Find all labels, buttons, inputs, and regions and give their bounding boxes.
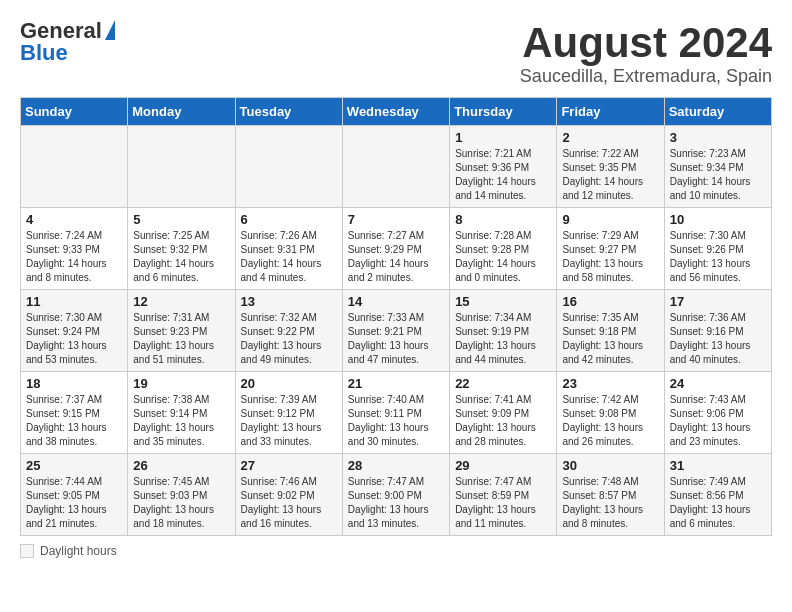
calendar-cell: 9Sunrise: 7:29 AMSunset: 9:27 PMDaylight… <box>557 208 664 290</box>
day-number: 1 <box>455 130 551 145</box>
day-number: 7 <box>348 212 444 227</box>
calendar-cell: 23Sunrise: 7:42 AMSunset: 9:08 PMDayligh… <box>557 372 664 454</box>
day-number: 11 <box>26 294 122 309</box>
logo: General Blue <box>20 20 115 64</box>
day-number: 21 <box>348 376 444 391</box>
calendar-cell: 31Sunrise: 7:49 AMSunset: 8:56 PMDayligh… <box>664 454 771 536</box>
calendar-cell: 6Sunrise: 7:26 AMSunset: 9:31 PMDaylight… <box>235 208 342 290</box>
logo-general: General <box>20 20 102 42</box>
day-info: Sunrise: 7:48 AMSunset: 8:57 PMDaylight:… <box>562 475 658 531</box>
day-number: 30 <box>562 458 658 473</box>
calendar-cell <box>128 126 235 208</box>
month-title: August 2024 <box>520 20 772 66</box>
day-number: 5 <box>133 212 229 227</box>
day-info: Sunrise: 7:36 AMSunset: 9:16 PMDaylight:… <box>670 311 766 367</box>
day-info: Sunrise: 7:31 AMSunset: 9:23 PMDaylight:… <box>133 311 229 367</box>
day-info: Sunrise: 7:49 AMSunset: 8:56 PMDaylight:… <box>670 475 766 531</box>
calendar-cell: 10Sunrise: 7:30 AMSunset: 9:26 PMDayligh… <box>664 208 771 290</box>
day-number: 10 <box>670 212 766 227</box>
calendar-cell: 17Sunrise: 7:36 AMSunset: 9:16 PMDayligh… <box>664 290 771 372</box>
calendar-cell: 21Sunrise: 7:40 AMSunset: 9:11 PMDayligh… <box>342 372 449 454</box>
day-number: 6 <box>241 212 337 227</box>
logo-triangle-icon <box>105 20 115 40</box>
day-info: Sunrise: 7:22 AMSunset: 9:35 PMDaylight:… <box>562 147 658 203</box>
col-header-friday: Friday <box>557 98 664 126</box>
day-number: 17 <box>670 294 766 309</box>
calendar-cell: 25Sunrise: 7:44 AMSunset: 9:05 PMDayligh… <box>21 454 128 536</box>
footer-area: Daylight hours <box>20 544 772 558</box>
day-info: Sunrise: 7:27 AMSunset: 9:29 PMDaylight:… <box>348 229 444 285</box>
col-header-sunday: Sunday <box>21 98 128 126</box>
col-header-wednesday: Wednesday <box>342 98 449 126</box>
day-info: Sunrise: 7:42 AMSunset: 9:08 PMDaylight:… <box>562 393 658 449</box>
col-header-thursday: Thursday <box>450 98 557 126</box>
day-info: Sunrise: 7:29 AMSunset: 9:27 PMDaylight:… <box>562 229 658 285</box>
calendar-cell: 22Sunrise: 7:41 AMSunset: 9:09 PMDayligh… <box>450 372 557 454</box>
day-number: 25 <box>26 458 122 473</box>
day-info: Sunrise: 7:37 AMSunset: 9:15 PMDaylight:… <box>26 393 122 449</box>
col-header-monday: Monday <box>128 98 235 126</box>
calendar-cell: 4Sunrise: 7:24 AMSunset: 9:33 PMDaylight… <box>21 208 128 290</box>
day-info: Sunrise: 7:47 AMSunset: 8:59 PMDaylight:… <box>455 475 551 531</box>
day-info: Sunrise: 7:46 AMSunset: 9:02 PMDaylight:… <box>241 475 337 531</box>
day-info: Sunrise: 7:28 AMSunset: 9:28 PMDaylight:… <box>455 229 551 285</box>
day-number: 15 <box>455 294 551 309</box>
day-info: Sunrise: 7:40 AMSunset: 9:11 PMDaylight:… <box>348 393 444 449</box>
day-number: 2 <box>562 130 658 145</box>
day-info: Sunrise: 7:32 AMSunset: 9:22 PMDaylight:… <box>241 311 337 367</box>
day-number: 20 <box>241 376 337 391</box>
calendar-cell: 14Sunrise: 7:33 AMSunset: 9:21 PMDayligh… <box>342 290 449 372</box>
calendar-cell: 12Sunrise: 7:31 AMSunset: 9:23 PMDayligh… <box>128 290 235 372</box>
calendar-cell: 8Sunrise: 7:28 AMSunset: 9:28 PMDaylight… <box>450 208 557 290</box>
calendar-cell: 20Sunrise: 7:39 AMSunset: 9:12 PMDayligh… <box>235 372 342 454</box>
calendar-table: SundayMondayTuesdayWednesdayThursdayFrid… <box>20 97 772 536</box>
calendar-cell: 13Sunrise: 7:32 AMSunset: 9:22 PMDayligh… <box>235 290 342 372</box>
col-header-saturday: Saturday <box>664 98 771 126</box>
day-info: Sunrise: 7:33 AMSunset: 9:21 PMDaylight:… <box>348 311 444 367</box>
day-info: Sunrise: 7:21 AMSunset: 9:36 PMDaylight:… <box>455 147 551 203</box>
day-info: Sunrise: 7:35 AMSunset: 9:18 PMDaylight:… <box>562 311 658 367</box>
day-number: 26 <box>133 458 229 473</box>
day-number: 12 <box>133 294 229 309</box>
header: General Blue August 2024 Saucedilla, Ext… <box>20 20 772 87</box>
day-info: Sunrise: 7:30 AMSunset: 9:26 PMDaylight:… <box>670 229 766 285</box>
day-info: Sunrise: 7:44 AMSunset: 9:05 PMDaylight:… <box>26 475 122 531</box>
logo-blue: Blue <box>20 42 68 64</box>
calendar-cell: 27Sunrise: 7:46 AMSunset: 9:02 PMDayligh… <box>235 454 342 536</box>
day-number: 9 <box>562 212 658 227</box>
day-info: Sunrise: 7:41 AMSunset: 9:09 PMDaylight:… <box>455 393 551 449</box>
calendar-cell: 18Sunrise: 7:37 AMSunset: 9:15 PMDayligh… <box>21 372 128 454</box>
day-number: 24 <box>670 376 766 391</box>
day-number: 19 <box>133 376 229 391</box>
calendar-cell: 19Sunrise: 7:38 AMSunset: 9:14 PMDayligh… <box>128 372 235 454</box>
calendar-cell: 28Sunrise: 7:47 AMSunset: 9:00 PMDayligh… <box>342 454 449 536</box>
day-info: Sunrise: 7:39 AMSunset: 9:12 PMDaylight:… <box>241 393 337 449</box>
day-info: Sunrise: 7:47 AMSunset: 9:00 PMDaylight:… <box>348 475 444 531</box>
day-info: Sunrise: 7:26 AMSunset: 9:31 PMDaylight:… <box>241 229 337 285</box>
day-number: 28 <box>348 458 444 473</box>
col-header-tuesday: Tuesday <box>235 98 342 126</box>
day-number: 3 <box>670 130 766 145</box>
calendar-cell: 2Sunrise: 7:22 AMSunset: 9:35 PMDaylight… <box>557 126 664 208</box>
day-info: Sunrise: 7:30 AMSunset: 9:24 PMDaylight:… <box>26 311 122 367</box>
day-number: 22 <box>455 376 551 391</box>
day-number: 18 <box>26 376 122 391</box>
day-number: 16 <box>562 294 658 309</box>
day-info: Sunrise: 7:38 AMSunset: 9:14 PMDaylight:… <box>133 393 229 449</box>
day-number: 23 <box>562 376 658 391</box>
calendar-cell: 30Sunrise: 7:48 AMSunset: 8:57 PMDayligh… <box>557 454 664 536</box>
day-info: Sunrise: 7:25 AMSunset: 9:32 PMDaylight:… <box>133 229 229 285</box>
calendar-cell: 5Sunrise: 7:25 AMSunset: 9:32 PMDaylight… <box>128 208 235 290</box>
daylight-box-icon <box>20 544 34 558</box>
location-title: Saucedilla, Extremadura, Spain <box>520 66 772 87</box>
day-number: 31 <box>670 458 766 473</box>
day-info: Sunrise: 7:23 AMSunset: 9:34 PMDaylight:… <box>670 147 766 203</box>
calendar-cell: 15Sunrise: 7:34 AMSunset: 9:19 PMDayligh… <box>450 290 557 372</box>
day-number: 14 <box>348 294 444 309</box>
calendar-cell: 29Sunrise: 7:47 AMSunset: 8:59 PMDayligh… <box>450 454 557 536</box>
calendar-cell: 3Sunrise: 7:23 AMSunset: 9:34 PMDaylight… <box>664 126 771 208</box>
calendar-cell: 7Sunrise: 7:27 AMSunset: 9:29 PMDaylight… <box>342 208 449 290</box>
day-number: 13 <box>241 294 337 309</box>
calendar-cell: 16Sunrise: 7:35 AMSunset: 9:18 PMDayligh… <box>557 290 664 372</box>
calendar-cell: 26Sunrise: 7:45 AMSunset: 9:03 PMDayligh… <box>128 454 235 536</box>
